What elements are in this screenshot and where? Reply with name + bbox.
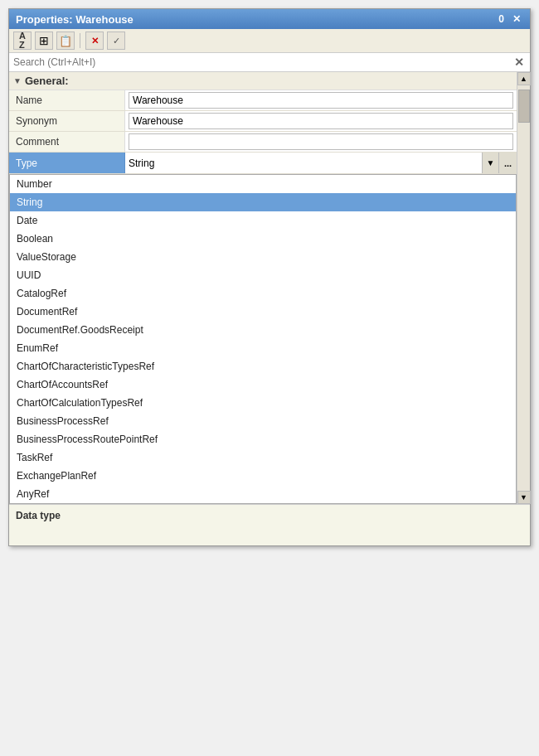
dropdown-item-chartofaccountsref[interactable]: ChartOfAccountsRef — [10, 376, 516, 394]
dropdown-item-exchangeplanref[interactable]: ExchangePlanRef — [10, 467, 516, 485]
title-controls: 0 ✕ — [496, 12, 523, 26]
general-section-label: General: — [25, 75, 69, 87]
dropdown-item-chartofcalculationtypesref[interactable]: ChartOfCalculationTypesRef — [10, 394, 516, 412]
scroll-track[interactable] — [517, 85, 530, 491]
dropdown-item-businessprocessref[interactable]: BusinessProcessRef — [10, 412, 516, 430]
toolbar-btn2[interactable]: 📋 — [56, 32, 75, 50]
minimize-label[interactable]: 0 — [496, 12, 507, 26]
type-value: String — [125, 156, 482, 171]
name-value-cell — [125, 90, 517, 110]
dropdown-item-taskref[interactable]: TaskRef — [10, 448, 516, 467]
dropdown-item-chartofcharacteristictypesref[interactable]: ChartOfCharacteristicTypesRef — [10, 357, 516, 376]
search-input[interactable] — [13, 56, 512, 68]
scroll-down-button[interactable]: ▼ — [517, 491, 531, 504]
comment-label: Comment — [9, 132, 125, 152]
dropdown-item-valuestorage[interactable]: ValueStorage — [10, 248, 516, 266]
dropdown-item-businessprocessroutepointref[interactable]: BusinessProcessRoutePointRef — [10, 430, 516, 448]
props-area: ▼ General: Name Synonym Comment — [9, 72, 517, 504]
properties-panel: Properties: Warehouse 0 ✕ AZ ⊞ 📋 ✕ ✓ ✕ ▼… — [8, 8, 531, 546]
bottom-area: Data type — [9, 504, 530, 545]
synonym-row: Synonym — [9, 111, 517, 132]
synonym-label: Synonym — [9, 111, 125, 131]
scrollbar[interactable]: ▲ ▼ — [517, 72, 530, 504]
general-toggle-icon: ▼ — [13, 76, 22, 85]
general-section-header[interactable]: ▼ General: — [9, 72, 517, 90]
synonym-value-cell — [125, 111, 517, 131]
dropdown-item-anyref[interactable]: AnyRef — [10, 485, 516, 503]
type-row[interactable]: Type String ▼ ... — [9, 153, 517, 174]
dropdown-item-number[interactable]: Number — [10, 175, 516, 193]
comment-row: Comment — [9, 132, 517, 153]
search-clear-button[interactable]: ✕ — [512, 56, 526, 69]
toolbar: AZ ⊞ 📋 ✕ ✓ — [9, 29, 530, 53]
dropdown-item-boolean[interactable]: Boolean — [10, 230, 516, 248]
close-button[interactable]: ✕ — [510, 12, 523, 26]
toolbar-x-button[interactable]: ✕ — [85, 32, 104, 50]
dropdown-item-enumref[interactable]: EnumRef — [10, 339, 516, 357]
dropdown-item-uuid[interactable]: UUID — [10, 266, 516, 284]
window-title: Properties: Warehouse — [16, 13, 134, 26]
dropdown-item-documentref[interactable]: DocumentRef — [10, 303, 516, 321]
name-label: Name — [9, 90, 125, 110]
toolbar-check-button[interactable]: ✓ — [107, 32, 125, 50]
type-dropdown-list: Number String Date Boolean ValueStorage … — [9, 174, 517, 504]
scroll-up-button[interactable]: ▲ — [517, 72, 531, 85]
dropdown-item-date[interactable]: Date — [10, 211, 516, 230]
comment-value-cell — [125, 132, 517, 152]
scroll-thumb[interactable] — [518, 90, 530, 123]
type-value-area: String ▼ ... — [125, 153, 517, 173]
dropdown-item-string[interactable]: String — [10, 193, 516, 211]
bottom-label: Data type — [12, 508, 527, 523]
content-area: ▼ General: Name Synonym Comment — [9, 72, 530, 504]
comment-input[interactable] — [129, 133, 513, 150]
dropdown-item-catalogref[interactable]: CatalogRef — [10, 284, 516, 303]
type-label: Type — [9, 153, 125, 173]
type-dropdown-button[interactable]: ▼ — [482, 153, 498, 173]
name-row: Name — [9, 90, 517, 111]
type-ellipsis-button[interactable]: ... — [498, 153, 517, 173]
search-bar: ✕ — [9, 53, 530, 72]
synonym-input[interactable] — [129, 113, 513, 129]
name-input[interactable] — [129, 92, 513, 109]
sort-az-button[interactable]: AZ — [13, 32, 32, 50]
toolbar-separator — [80, 33, 80, 48]
title-bar: Properties: Warehouse 0 ✕ — [9, 9, 530, 29]
sort-az-icon: AZ — [19, 32, 26, 50]
toolbar-btn1[interactable]: ⊞ — [35, 32, 53, 50]
dropdown-item-documentref-goodsreceipt[interactable]: DocumentRef.GoodsReceipt — [10, 321, 516, 339]
